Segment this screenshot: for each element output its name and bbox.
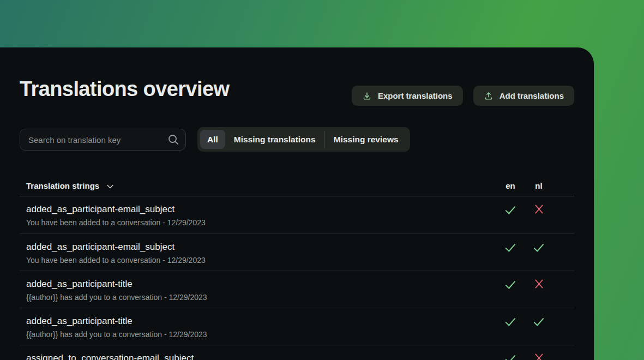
table-row[interactable]: added_as_participant-email_subject You h…: [20, 233, 574, 271]
export-translations-button[interactable]: Export translations: [352, 86, 463, 106]
x-icon: [533, 352, 545, 360]
translation-key: added_as_participant-title: [26, 315, 496, 327]
page-title: Translations overview: [20, 77, 229, 101]
translation-preview: {{author}} has add you to a conversation…: [26, 293, 496, 302]
translation-key: assigned_to_conversation-email_subject: [26, 352, 496, 360]
tab-all[interactable]: All: [200, 130, 225, 149]
status-en: [496, 271, 525, 292]
add-translations-button[interactable]: Add translations: [473, 86, 574, 106]
check-icon: [532, 241, 546, 255]
translation-key: added_as_participant-email_subject: [26, 203, 496, 215]
column-header-nl: nl: [525, 181, 553, 190]
toolbar: Export translations Add translations: [352, 86, 574, 106]
status-nl: [525, 196, 553, 215]
status-en: [496, 308, 525, 329]
translation-key: added_as_participant-email_subject: [26, 241, 496, 253]
check-icon: [503, 352, 517, 360]
x-icon: [533, 203, 545, 215]
translation-preview: {{author}} has add you to a conversation…: [26, 330, 496, 339]
status-nl: [525, 271, 553, 290]
check-icon: [503, 278, 517, 292]
tab-missing-reviews[interactable]: Missing reviews: [325, 130, 407, 149]
check-icon: [503, 241, 517, 255]
translation-key: added_as_participant-title: [26, 278, 496, 290]
export-button-label: Export translations: [378, 91, 453, 100]
search-input[interactable]: [20, 129, 186, 151]
add-button-label: Add translations: [499, 91, 564, 100]
filter-tabs: All Missing translations Missing reviews: [197, 127, 410, 152]
translations-table: Translation strings en nl added_as_parti…: [20, 176, 574, 360]
translations-panel: Translations overview Export translation…: [0, 47, 594, 360]
x-icon: [533, 278, 545, 290]
upload-icon: [484, 91, 493, 101]
table-row[interactable]: added_as_participant-email_subject You h…: [20, 196, 574, 233]
chevron-down-icon: [99, 181, 113, 190]
download-icon: [362, 91, 372, 101]
check-icon: [503, 315, 517, 329]
sort-translation-strings[interactable]: Translation strings: [20, 181, 496, 190]
table-row[interactable]: added_as_participant-title {{author}} ha…: [20, 308, 574, 345]
status-en: [496, 234, 525, 255]
search-box: [20, 129, 186, 151]
check-icon: [532, 315, 546, 329]
status-nl: [525, 308, 553, 329]
translation-preview: You have been added to a conversation - …: [26, 256, 496, 265]
table-row[interactable]: added_as_participant-title {{author}} ha…: [20, 271, 574, 308]
status-nl: [525, 234, 553, 255]
column-header-en: en: [496, 181, 525, 190]
table-header: Translation strings en nl: [20, 176, 574, 196]
status-nl: [525, 345, 553, 360]
status-en: [496, 345, 525, 360]
status-en: [496, 196, 525, 217]
key-column-label: Translation strings: [26, 181, 99, 190]
search-icon[interactable]: [167, 134, 179, 146]
check-icon: [503, 203, 517, 217]
table-row[interactable]: assigned_to_conversation-email_subject: [20, 345, 574, 360]
translation-preview: You have been added to a conversation - …: [26, 218, 496, 227]
tab-missing-translations[interactable]: Missing translations: [225, 130, 324, 149]
